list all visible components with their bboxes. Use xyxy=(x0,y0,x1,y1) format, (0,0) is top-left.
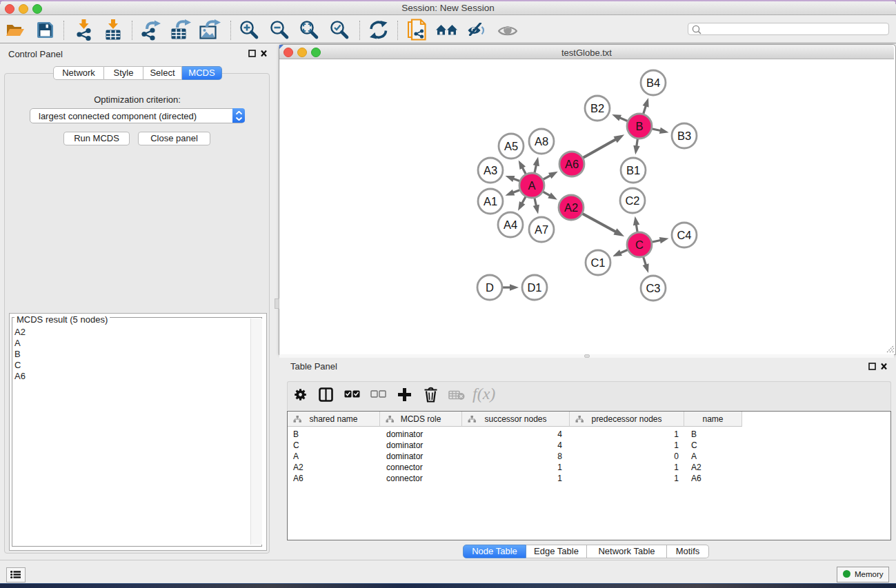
svg-text:A3: A3 xyxy=(484,164,497,176)
svg-text:C1: C1 xyxy=(590,256,605,269)
svg-text:A7: A7 xyxy=(535,223,548,236)
svg-text:B1: B1 xyxy=(626,164,640,176)
svg-text:A4: A4 xyxy=(504,219,517,231)
svg-text:A5: A5 xyxy=(504,140,518,152)
svg-text:D1: D1 xyxy=(527,281,541,294)
svg-text:A1: A1 xyxy=(484,195,497,207)
svg-text:A6: A6 xyxy=(565,158,579,170)
svg-text:D: D xyxy=(486,281,494,294)
svg-text:A2: A2 xyxy=(564,201,578,214)
svg-text:C: C xyxy=(635,239,644,251)
svg-text:B4: B4 xyxy=(646,77,660,89)
svg-text:B2: B2 xyxy=(590,102,604,114)
svg-text:C3: C3 xyxy=(646,282,660,294)
svg-text:C4: C4 xyxy=(677,229,691,241)
svg-text:B3: B3 xyxy=(677,130,691,142)
svg-text:C2: C2 xyxy=(625,194,639,207)
svg-text:A8: A8 xyxy=(535,135,548,148)
svg-text:A: A xyxy=(528,179,535,192)
svg-text:B: B xyxy=(635,120,643,132)
